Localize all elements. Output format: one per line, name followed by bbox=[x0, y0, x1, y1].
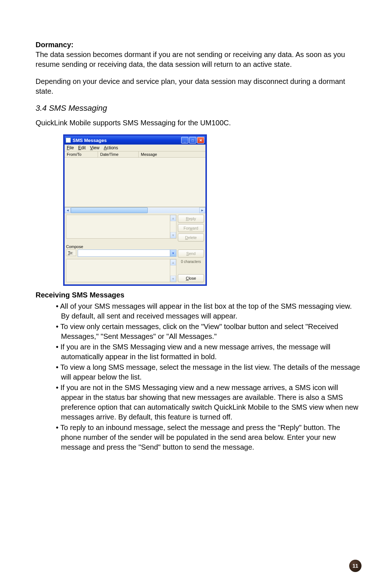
close-button[interactable]: ✕ bbox=[197, 137, 204, 143]
scroll-up-icon[interactable]: ▲ bbox=[170, 215, 176, 221]
vscroll-track bbox=[170, 221, 176, 232]
send-button[interactable]: Send bbox=[178, 250, 204, 257]
scroll-down-icon[interactable]: ▼ bbox=[170, 276, 176, 282]
compose-body[interactable]: ▲ ▼ bbox=[66, 259, 176, 282]
list-header: From/To Date/Time Message bbox=[65, 151, 205, 158]
delete-button[interactable]: Delete bbox=[178, 234, 204, 242]
sms-window: SMS Messages _ □ ✕ File Edit View Action… bbox=[63, 134, 207, 286]
window-title: SMS Messages bbox=[73, 138, 181, 143]
menu-file[interactable]: File bbox=[67, 145, 74, 150]
forward-button[interactable]: Forward bbox=[178, 224, 204, 232]
message-preview[interactable]: ▲ ▼ bbox=[66, 215, 176, 239]
to-label: To: bbox=[66, 250, 76, 256]
vscroll-track bbox=[170, 265, 176, 276]
menu-view[interactable]: View bbox=[90, 145, 99, 150]
message-list[interactable] bbox=[65, 158, 205, 207]
preview-vscroll[interactable]: ▲ ▼ bbox=[170, 215, 176, 238]
list-item: If you are not in the SMS Messaging view… bbox=[56, 383, 362, 422]
col-datetime[interactable]: Date/Time bbox=[98, 151, 139, 157]
receiving-heading: Receiving SMS Messages bbox=[36, 291, 362, 299]
compose-vscroll[interactable]: ▲ ▼ bbox=[170, 259, 176, 282]
scroll-down-icon[interactable]: ▼ bbox=[170, 232, 176, 238]
window-controls: _ □ ✕ bbox=[181, 137, 204, 143]
minimize-button[interactable]: _ bbox=[181, 137, 188, 143]
scroll-up-icon[interactable]: ▲ bbox=[170, 259, 176, 265]
preview-row: ▲ ▼ Reply Forward Delete bbox=[65, 213, 205, 243]
list-item: To view only certain messages, click on … bbox=[56, 322, 362, 341]
scroll-right-icon[interactable]: ► bbox=[199, 207, 205, 213]
compose-section: Compose To: ▼ Send ▲ ▼ 0 characters Clos bbox=[65, 243, 205, 284]
to-input[interactable]: ▼ bbox=[78, 250, 176, 257]
list-item: All of your SMS messages will appear in … bbox=[56, 301, 362, 321]
menubar: File Edit View Actions bbox=[65, 145, 205, 151]
char-count: 0 characters bbox=[178, 260, 204, 264]
section-heading: 3.4 SMS Messaging bbox=[36, 104, 362, 113]
reply-button[interactable]: Reply bbox=[178, 215, 204, 223]
list-item: If you are in the SMS Messaging view and… bbox=[56, 342, 362, 362]
scroll-thumb[interactable] bbox=[71, 207, 148, 213]
dropdown-icon[interactable]: ▼ bbox=[170, 250, 176, 256]
dormancy-p1: The data session becomes dormant if you … bbox=[36, 50, 362, 69]
dormancy-heading: Dormancy: bbox=[36, 40, 362, 50]
col-fromto[interactable]: From/To bbox=[65, 151, 98, 157]
compose-label: Compose bbox=[66, 244, 204, 249]
list-item: To reply to an inbound message, select t… bbox=[56, 423, 362, 452]
scroll-left-icon[interactable]: ◄ bbox=[65, 207, 71, 213]
menu-actions[interactable]: Actions bbox=[104, 145, 118, 150]
scroll-track[interactable] bbox=[71, 207, 199, 213]
maximize-button[interactable]: □ bbox=[189, 137, 196, 143]
horizontal-scrollbar[interactable]: ◄ ► bbox=[65, 207, 205, 213]
menu-edit[interactable]: Edit bbox=[78, 145, 86, 150]
close-window-button[interactable]: Close bbox=[178, 274, 204, 282]
page-number-badge: 11 bbox=[349, 560, 362, 572]
compose-body-row: ▲ ▼ 0 characters Close bbox=[66, 259, 204, 282]
intro-text: QuickLink Mobile supports SMS Messaging … bbox=[36, 119, 362, 127]
dormancy-p2: Depending on your device and service pla… bbox=[36, 77, 362, 96]
receiving-bullets: All of your SMS messages will appear in … bbox=[36, 301, 362, 452]
side-buttons: Reply Forward Delete bbox=[178, 215, 204, 243]
list-item: To view a long SMS message, select the m… bbox=[56, 362, 362, 382]
col-message[interactable]: Message bbox=[139, 151, 205, 157]
to-row: To: ▼ Send bbox=[66, 250, 204, 257]
window-icon bbox=[66, 138, 71, 143]
titlebar: SMS Messages _ □ ✕ bbox=[65, 136, 205, 145]
